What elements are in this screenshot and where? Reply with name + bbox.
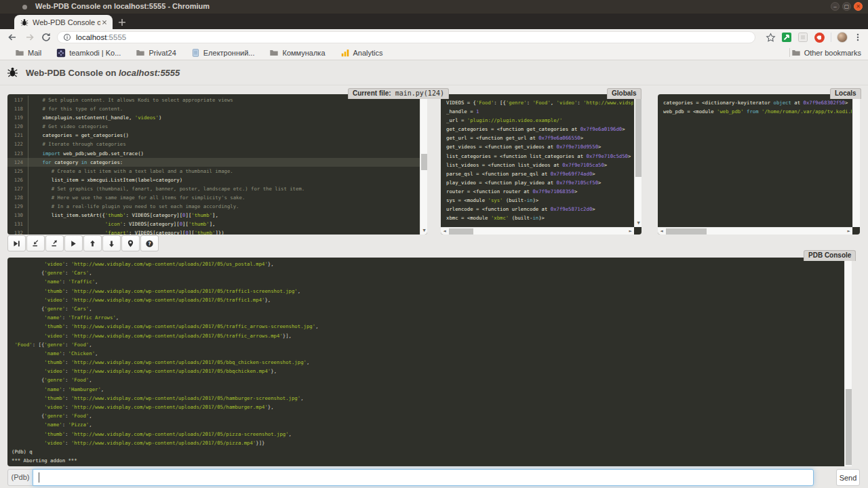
arrow-down-icon: [107, 239, 116, 248]
console-lines: 'video': 'http://www.vidsplay.com/wp-con…: [12, 260, 842, 466]
arrow-up-icon: [88, 239, 97, 248]
toolbar-divider: [831, 33, 831, 42]
kodi-icon: [56, 48, 66, 58]
folder-icon: [791, 48, 801, 58]
folder-icon: [15, 48, 24, 58]
globals-panel: VIDEOS = {'Food': [{'genre': 'Food', 'vi…: [441, 94, 642, 235]
bookmark-item[interactable]: Коммуналка: [269, 48, 325, 58]
tab-bar: Web-PDB Console on loca: [0, 14, 868, 29]
next-button[interactable]: [7, 235, 26, 251]
back-button[interactable]: [7, 32, 18, 43]
bookmark-item[interactable]: Analytics: [340, 48, 383, 58]
send-button[interactable]: Send: [836, 469, 860, 486]
step-forward-icon: [12, 239, 21, 248]
scroll-left-arrow-icon[interactable]: ◄: [658, 228, 665, 235]
down-button[interactable]: [102, 235, 121, 251]
screen: Web-PDB Console on localhost:5555 - Chro…: [0, 0, 868, 488]
globals-lines: VIDEOS = {'Food': [{'genre': 'Food', 'vi…: [446, 98, 633, 226]
scroll-left-arrow-icon[interactable]: ◄: [441, 228, 448, 235]
command-input[interactable]: [33, 469, 814, 486]
tab-title: Web-PDB Console on loca: [33, 18, 100, 26]
url-text: localhost:5555: [76, 33, 126, 41]
code-lines: 117 # Set plugin content. It allows Kodi…: [7, 96, 420, 235]
browser-tab[interactable]: Web-PDB Console on loca: [14, 15, 113, 29]
step-out-button[interactable]: [45, 235, 64, 251]
help-button[interactable]: ?: [140, 235, 159, 251]
globals-vertical-scrollbar[interactable]: ▼: [634, 94, 642, 227]
pdb-prompt-row: (Pdb) Send: [7, 469, 860, 486]
code-vertical-scrollbar[interactable]: ▼: [420, 94, 427, 235]
console-vertical-scrollbar[interactable]: [844, 258, 852, 466]
bookmark-label: Mail: [28, 49, 41, 57]
bookmark-item[interactable]: Електронний...: [191, 48, 255, 58]
map-marker-icon: [126, 239, 135, 248]
where-button[interactable]: [121, 235, 140, 251]
scroll-right-arrow-icon[interactable]: ►: [845, 228, 852, 235]
tab-close-icon[interactable]: [100, 18, 108, 26]
bookmark-label: Privat24: [149, 49, 176, 57]
reload-button[interactable]: [41, 32, 52, 43]
bookmark-item[interactable]: teamkodi | Ko...: [56, 48, 121, 58]
log-in-icon: [31, 239, 40, 248]
locals-vertical-scrollbar[interactable]: [852, 94, 860, 227]
locals-label: Locals: [830, 88, 861, 99]
locals-lines: categories = <dictionary-keyiterator obj…: [663, 98, 852, 226]
profile-avatar[interactable]: [837, 32, 848, 43]
window-titlebar: Web-PDB Console on localhost:5555 - Chro…: [0, 0, 868, 14]
window-dot-icon: [22, 5, 27, 9]
info-icon[interactable]: [63, 33, 71, 41]
extension-green-icon[interactable]: [781, 32, 792, 43]
bookmark-item[interactable]: Mail: [15, 48, 41, 58]
bug-icon: [7, 66, 18, 78]
bookmarks-bar: Mailteamkodi | Ko...Privat24Електронний.…: [0, 45, 868, 60]
page-title-host: localhost:5555: [119, 68, 180, 78]
scroll-down-arrow-icon[interactable]: ▼: [635, 220, 642, 227]
minimize-button[interactable]: –: [831, 2, 840, 11]
globals-horizontal-scrollbar[interactable]: ◄ ►: [441, 227, 634, 235]
window-title: Web-PDB Console on localhost:5555 - Chro…: [35, 2, 210, 10]
debugger-toolbar: ?: [7, 235, 159, 251]
up-button[interactable]: [83, 235, 102, 251]
scroll-right-arrow-icon[interactable]: ►: [627, 228, 634, 235]
other-bookmarks-label: Other bookmarks: [804, 49, 861, 57]
bookmark-label: Електронний...: [203, 49, 255, 57]
bookmark-label: Коммуналка: [282, 49, 325, 57]
question-icon: ?: [145, 239, 154, 248]
folder-icon: [269, 48, 279, 58]
globals-label: Globals: [607, 88, 642, 99]
pdb-console-label: PDB Console: [804, 250, 856, 261]
address-bar[interactable]: localhost:5555: [57, 31, 755, 43]
other-bookmarks[interactable]: Other bookmarks: [791, 45, 861, 60]
log-out-icon: [50, 239, 59, 248]
url-host: localhost: [76, 33, 106, 41]
bookmark-item[interactable]: Privat24: [136, 48, 176, 58]
pdb-prompt-label: (Pdb): [7, 469, 33, 486]
pdb-console-panel: 'video': 'http://www.vidsplay.com/wp-con…: [7, 258, 852, 466]
extension-gray-icon[interactable]: [797, 32, 808, 43]
locals-panel: categories = <dictionary-keyiterator obj…: [658, 94, 860, 235]
scrollbar-thumb[interactable]: [846, 389, 852, 465]
forward-button[interactable]: [24, 32, 35, 43]
url-port: :5555: [106, 33, 126, 41]
scrollbar-thumb[interactable]: [449, 228, 473, 235]
extension-red-icon[interactable]: [814, 32, 825, 43]
step-into-button[interactable]: [26, 235, 45, 251]
new-tab-button[interactable]: [117, 17, 127, 28]
scrollbar-thumb[interactable]: [421, 154, 427, 170]
play-icon: [69, 239, 78, 248]
locals-horizontal-scrollbar[interactable]: ◄ ►: [658, 227, 852, 235]
maximize-button[interactable]: ▢: [842, 2, 851, 11]
bug-favicon-icon: [20, 18, 28, 26]
scroll-down-arrow-icon[interactable]: ▼: [420, 227, 427, 235]
bookmark-label: Analytics: [353, 49, 383, 57]
folder-icon: [136, 48, 145, 58]
analytics-icon: [340, 48, 350, 58]
menu-dots-icon[interactable]: [853, 32, 863, 43]
scrollbar-thumb[interactable]: [635, 96, 642, 177]
bookmark-star-icon[interactable]: [766, 33, 776, 43]
current-file-label: Current file: main.py(124): [348, 88, 449, 99]
continue-button[interactable]: [64, 235, 83, 251]
close-button[interactable]: ✕: [854, 2, 863, 11]
scrollbar-thumb[interactable]: [666, 228, 707, 235]
bookmarks-divider: [789, 48, 790, 57]
